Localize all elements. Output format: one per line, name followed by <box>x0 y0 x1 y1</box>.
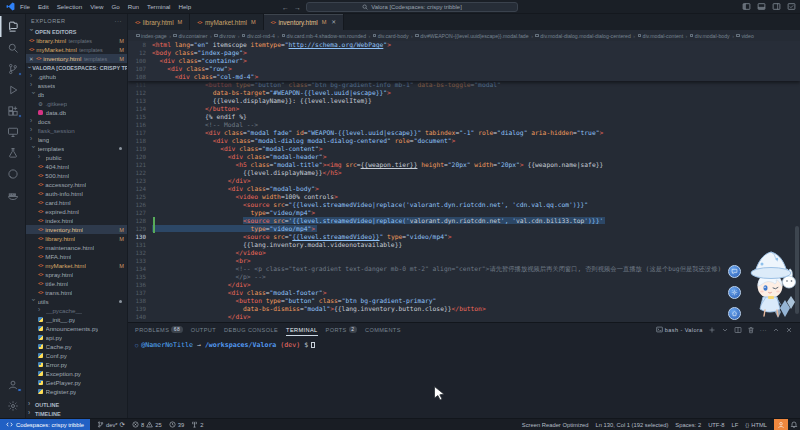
search-icon[interactable] <box>0 37 26 58</box>
breadcrumb-item[interactable]: div#WEAPON-{{level.uuid|escape}}.modal.f… <box>415 33 528 39</box>
tree-item-__init__.py[interactable]: __init__.py <box>26 315 127 324</box>
tree-item-api.py[interactable]: api.py <box>26 333 127 342</box>
encoding[interactable]: UTF-8 <box>708 422 724 428</box>
toggle-sidebar-icon[interactable] <box>742 2 751 11</box>
tree-item-public[interactable]: ›public <box>26 153 127 162</box>
tree-item-.gitkeep[interactable]: ⚙.gitkeep <box>26 99 127 108</box>
run-debug-icon[interactable] <box>0 79 26 100</box>
breadcrumb-item[interactable]: div.modal-content <box>638 33 684 39</box>
code-line-111[interactable]: 111 <button type="button" class="btn bg-… <box>128 81 800 89</box>
tree-item-Register.py[interactable]: Register.py <box>26 387 127 396</box>
tree-item-inventory.html[interactable]: <>inventory.htmlM <box>26 225 127 234</box>
screen-reader-mode[interactable]: Screen Reader Optimized <box>522 422 589 428</box>
tree-item-utils[interactable]: ›utils <box>26 297 127 306</box>
cursor-position[interactable]: Ln 130, Col 1 (192 selected) <box>596 422 669 428</box>
tree-item-MFA.html[interactable]: <>MFA.html <box>26 252 127 261</box>
tree-item-expired.html[interactable]: <>expired.html <box>26 207 127 216</box>
tree-item-docs[interactable]: ›docs <box>26 117 127 126</box>
forwarded-ports-status[interactable]: 2 <box>191 421 203 428</box>
menu-run[interactable]: Run <box>128 3 139 10</box>
new-terminal-icon[interactable] <box>708 326 716 334</box>
navigate-forward-icon[interactable]: → <box>294 4 301 11</box>
code-line-137[interactable]: 137 <div class="modal-footer"> <box>128 289 800 297</box>
breadcrumb-item[interactable]: div.row <box>214 33 235 39</box>
menu-help[interactable]: Help <box>178 3 191 10</box>
tree-item-Announcements.py[interactable]: Announcements.py <box>26 324 127 333</box>
tree-item-Conf.py[interactable]: Conf.py <box>26 351 127 360</box>
tab-myMarket.html[interactable]: <>myMarket.htmlM <box>190 14 263 30</box>
maximize-panel-icon[interactable] <box>772 326 780 334</box>
settings-gear-icon[interactable] <box>0 395 26 416</box>
terminal-dropdown-icon[interactable] <box>721 326 729 334</box>
open-editors-header[interactable]: › OPEN EDITORS <box>26 27 127 36</box>
feedback-person-icon[interactable] <box>774 419 788 430</box>
open-editor-library.html[interactable]: <>library.htmltemplatesM <box>26 36 127 45</box>
command-center[interactable]: Valora [Codespaces: crispy tribble] <box>306 2 518 12</box>
git-branch-status[interactable]: dev* ⟳ <box>97 421 125 429</box>
breadcrumb-item[interactable]: video <box>736 33 753 39</box>
floating-gear-button[interactable] <box>728 286 741 299</box>
tab-library.html[interactable]: <>library.htmlM <box>128 14 190 30</box>
timeline-header[interactable]: › TIMELINE <box>26 409 127 418</box>
code-line-132[interactable]: 132 </video> <box>128 249 800 257</box>
tree-item-library.html[interactable]: <>library.htmlM <box>26 234 127 243</box>
tree-item-db[interactable]: ›db <box>26 90 127 99</box>
customize-layout-icon[interactable] <box>787 2 796 11</box>
tree-item-Exception.py[interactable]: Exception.py <box>26 369 127 378</box>
breadcrumb-item[interactable]: div.card-body <box>373 33 409 39</box>
code-line-138[interactable]: 138 <button type="button" class="btn bg-… <box>128 297 800 305</box>
tree-item-Cache.py[interactable]: Cache.py <box>26 342 127 351</box>
navigate-back-icon[interactable]: ← <box>282 4 289 11</box>
code-line-133[interactable]: 133 <br> <box>128 257 800 265</box>
code-line-131[interactable]: 131 {{lang.inventory.modal.videonotavail… <box>128 241 800 249</box>
breadcrumb-item[interactable]: div.modal-dialog.modal-dialog-centered <box>535 33 630 39</box>
code-line-120[interactable]: 120 <div class="modal-header"> <box>128 153 800 161</box>
account-icon[interactable] <box>0 374 26 395</box>
tree-item-assets[interactable]: ›assets <box>26 81 127 90</box>
floating-home-button[interactable] <box>728 307 741 320</box>
code-line-140[interactable]: 140 </div> <box>128 313 800 321</box>
code-line-113[interactable]: 113 {{level.displayName}}: {{level.level… <box>128 97 800 105</box>
menu-edit[interactable]: Edit <box>38 3 49 10</box>
timer-status[interactable]: 39 <box>169 421 184 428</box>
tree-item-index.html[interactable]: <>index.html <box>26 216 127 225</box>
breadcrumb-item[interactable]: div.col-md-4 <box>242 33 275 39</box>
code-line-118[interactable]: 118 <div class="modal-dialog modal-dialo… <box>128 137 800 145</box>
tree-item-spray.html[interactable]: <>spray.html <box>26 270 127 279</box>
code-line-123[interactable]: 123 </div> <box>128 177 800 185</box>
kill-terminal-icon[interactable] <box>747 326 755 334</box>
panel-more-actions-icon[interactable]: ··· <box>760 327 767 333</box>
code-line-116[interactable]: 116 <!-- Modal --> <box>128 121 800 129</box>
menu-go[interactable]: Go <box>111 3 119 10</box>
code-line-135[interactable]: 135 </p> --> <box>128 273 800 281</box>
code-line-114[interactable]: 114 </button> <box>128 105 800 113</box>
toggle-secondary-sidebar-icon[interactable] <box>772 2 781 11</box>
tree-item-templates[interactable]: ›templates <box>26 144 127 153</box>
breadcrumb-item[interactable]: div.card.mb-4.shadow-sm.rounded <box>282 33 366 39</box>
problems-status[interactable]: 8 25 <box>132 421 162 428</box>
code-line-130[interactable]: 130 <source src="{{level.streamedVideo}}… <box>128 233 800 241</box>
tree-item-data.db[interactable]: data.db <box>26 108 127 117</box>
tab-inventory.html[interactable]: <>inventory.htmlM✕ <box>264 14 345 30</box>
remote-indicator[interactable]: Codespaces: crispy tribble <box>0 419 90 430</box>
eol[interactable]: LF <box>732 422 739 428</box>
workspace-header[interactable]: › VALORA [CODESPACES: CRISPY TRIBBLE] <box>26 63 127 72</box>
breadcrumb-item[interactable]: div.modal-body <box>690 33 730 39</box>
split-terminal-icon[interactable] <box>734 326 742 334</box>
code-line-126[interactable]: 126 <source src="{{level.streamedVideo|r… <box>128 201 800 209</box>
github-icon[interactable] <box>0 163 26 184</box>
tree-item-flask_session[interactable]: ›flask_session <box>26 126 127 135</box>
terminal[interactable]: ○@NamerNoTitle → /workspaces/Valora (dev… <box>128 336 800 418</box>
tree-item-__pycache__[interactable]: ›__pycache__ <box>26 306 127 315</box>
panel-tab-output[interactable]: OUTPUT <box>191 323 216 336</box>
tree-item-title.html[interactable]: <>title.html <box>26 279 127 288</box>
outline-header[interactable]: › OUTLINE <box>26 400 127 409</box>
code-line-128[interactable]: 128 <source src='{{level.streamedVideo|r… <box>128 217 800 225</box>
tree-item-auth-info.html[interactable]: <>auth-info.html <box>26 189 127 198</box>
menu-file[interactable]: File <box>20 3 30 10</box>
tree-item-myMarket.html[interactable]: <>myMarket.htmlM <box>26 261 127 270</box>
tree-item-500.html[interactable]: <>500.html <box>26 171 127 180</box>
panel-tab-terminal[interactable]: TERMINAL <box>286 323 317 336</box>
close-panel-icon[interactable] <box>785 326 793 334</box>
tree-item-accessory.html[interactable]: <>accessory.html <box>26 180 127 189</box>
